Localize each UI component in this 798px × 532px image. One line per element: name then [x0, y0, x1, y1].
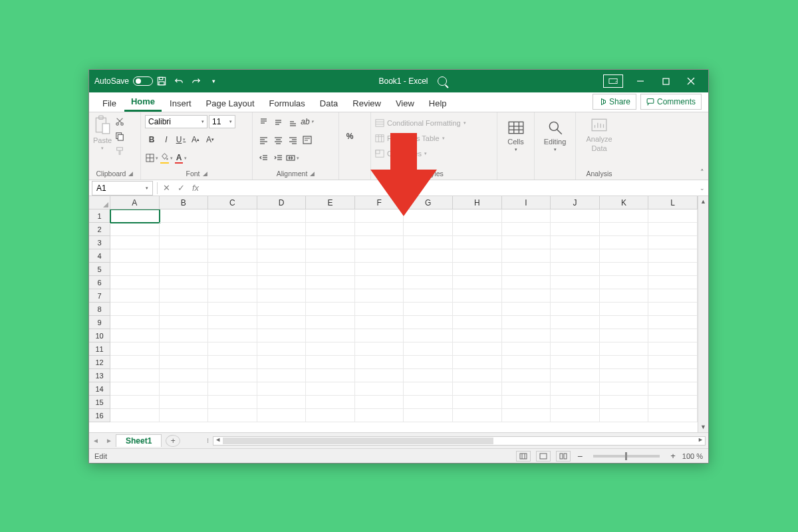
- formula-input[interactable]: [203, 181, 696, 196]
- cell[interactable]: [110, 356, 160, 369]
- cell[interactable]: [551, 209, 600, 223]
- search-icon[interactable]: [438, 76, 447, 86]
- page-break-view-icon[interactable]: [556, 451, 571, 462]
- cell[interactable]: [404, 356, 453, 369]
- cell[interactable]: [404, 223, 453, 236]
- cell[interactable]: [648, 342, 698, 356]
- cell[interactable]: [160, 382, 209, 396]
- cell[interactable]: [110, 396, 160, 409]
- cell[interactable]: [404, 342, 453, 356]
- cell[interactable]: [502, 369, 551, 382]
- cell[interactable]: [306, 369, 355, 382]
- cell[interactable]: [551, 329, 600, 342]
- italic-button[interactable]: I: [160, 133, 173, 146]
- column-header[interactable]: K: [600, 196, 649, 209]
- cell[interactable]: [453, 369, 502, 382]
- cell[interactable]: [502, 209, 551, 223]
- cell[interactable]: [404, 289, 453, 303]
- cell[interactable]: [404, 369, 453, 382]
- cell[interactable]: [208, 236, 257, 249]
- maximize-button[interactable]: [654, 72, 678, 90]
- cell[interactable]: [355, 409, 404, 422]
- cell[interactable]: [502, 316, 551, 329]
- tab-home[interactable]: Home: [124, 93, 162, 112]
- align-left-icon[interactable]: [257, 133, 270, 146]
- sheet-tab[interactable]: Sheet1: [116, 434, 162, 447]
- cell[interactable]: [306, 396, 355, 409]
- close-button[interactable]: [679, 72, 703, 90]
- align-center-icon[interactable]: [271, 133, 285, 146]
- tab-review[interactable]: Review: [346, 95, 388, 112]
- tab-split-handle[interactable]: ⁞: [207, 437, 209, 444]
- cell[interactable]: [355, 316, 404, 329]
- column-header[interactable]: A: [110, 196, 160, 209]
- cell[interactable]: [648, 382, 698, 396]
- cell[interactable]: [110, 209, 160, 223]
- cut-icon[interactable]: [113, 115, 126, 128]
- font-dialog-launcher-icon[interactable]: ◢: [203, 170, 207, 177]
- insert-function-icon[interactable]: fx: [188, 183, 203, 193]
- cell[interactable]: [208, 289, 257, 303]
- cell[interactable]: [160, 396, 209, 409]
- column-header[interactable]: E: [306, 196, 355, 209]
- conditional-formatting-button[interactable]: Conditional Formatting▾: [375, 116, 493, 130]
- cell[interactable]: [600, 369, 649, 382]
- cell[interactable]: [355, 329, 404, 342]
- cell[interactable]: [453, 289, 502, 303]
- cell[interactable]: [208, 249, 257, 263]
- cells-button[interactable]: Cells ▾: [501, 119, 530, 152]
- align-middle-icon[interactable]: [271, 115, 285, 128]
- row-header[interactable]: 7: [89, 289, 110, 303]
- qat-customize-icon[interactable]: ▾: [205, 72, 222, 90]
- cell[interactable]: [600, 223, 649, 236]
- cell[interactable]: [208, 316, 257, 329]
- wrap-text-icon[interactable]: [301, 133, 314, 146]
- cell[interactable]: [110, 276, 160, 289]
- cell[interactable]: [502, 263, 551, 276]
- cell[interactable]: [453, 342, 502, 356]
- cell[interactable]: [502, 276, 551, 289]
- cell[interactable]: [306, 249, 355, 263]
- cell[interactable]: [453, 303, 502, 316]
- cell[interactable]: [648, 409, 698, 422]
- cell[interactable]: [208, 409, 257, 422]
- cell[interactable]: [648, 209, 698, 223]
- zoom-out-icon[interactable]: −: [576, 451, 584, 462]
- row-header[interactable]: 5: [89, 263, 110, 276]
- column-header[interactable]: B: [160, 196, 209, 209]
- increase-font-icon[interactable]: A▴: [189, 133, 202, 146]
- cell[interactable]: [208, 209, 257, 223]
- cell[interactable]: [355, 396, 404, 409]
- cell[interactable]: [551, 342, 600, 356]
- row-header[interactable]: 2: [89, 223, 110, 236]
- cell[interactable]: [257, 236, 307, 249]
- cell[interactable]: [502, 356, 551, 369]
- cell[interactable]: [110, 369, 160, 382]
- cell[interactable]: [208, 356, 257, 369]
- font-size-select[interactable]: 11▾: [209, 115, 235, 128]
- format-as-table-button[interactable]: Format as Table▾: [375, 132, 493, 145]
- cell[interactable]: [355, 263, 404, 276]
- cell[interactable]: [600, 289, 649, 303]
- cell[interactable]: [648, 263, 698, 276]
- cell[interactable]: [257, 356, 307, 369]
- column-header[interactable]: G: [404, 196, 453, 209]
- cell[interactable]: [208, 342, 257, 356]
- cell[interactable]: [110, 382, 160, 396]
- collapse-ribbon-icon[interactable]: ˄: [700, 168, 704, 177]
- cell[interactable]: [160, 342, 209, 356]
- cell[interactable]: [257, 223, 307, 236]
- cell[interactable]: [551, 236, 600, 249]
- cell[interactable]: [160, 289, 209, 303]
- new-sheet-icon[interactable]: +: [166, 435, 180, 447]
- row-header[interactable]: 14: [89, 382, 110, 396]
- cell[interactable]: [257, 382, 307, 396]
- cell[interactable]: [453, 329, 502, 342]
- increase-indent-icon[interactable]: [271, 152, 285, 165]
- row-header[interactable]: 6: [89, 276, 110, 289]
- cell[interactable]: [257, 209, 307, 223]
- font-color-icon[interactable]: A▾: [174, 152, 188, 165]
- cell[interactable]: [600, 263, 649, 276]
- column-header[interactable]: C: [208, 196, 257, 209]
- cell[interactable]: [306, 316, 355, 329]
